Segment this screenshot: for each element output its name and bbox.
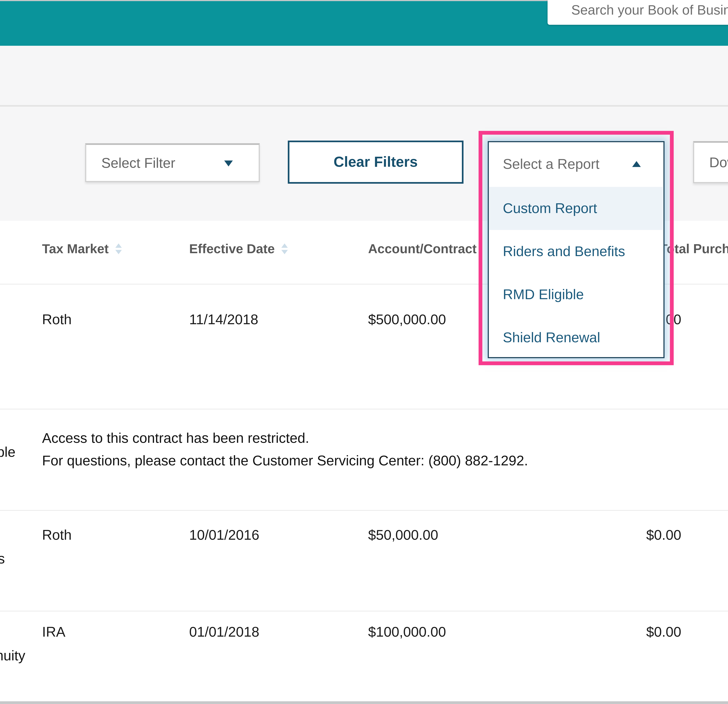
- cell-tax-market: Roth: [42, 311, 72, 328]
- menu-item-shield-renewal[interactable]: Shield Renewal: [489, 316, 663, 359]
- menu-item-label: Riders and Benefits: [503, 243, 625, 260]
- row-divider: [0, 510, 728, 511]
- menu-item-label: RMD Eligible: [503, 286, 584, 303]
- column-header-account-contract[interactable]: Account/Contract: [368, 240, 477, 257]
- horizontal-scrollbar[interactable]: [0, 701, 728, 704]
- sort-icon[interactable]: [115, 244, 121, 254]
- select-filter-dropdown[interactable]: Select Filter: [85, 143, 260, 182]
- cell-account-contract: $500,000.00: [368, 311, 446, 328]
- clipped-text-fragment: nuity: [0, 648, 25, 664]
- column-header-label: Tax Market: [42, 241, 109, 257]
- select-report-dropdown[interactable]: Select a Report: [489, 142, 663, 186]
- cell-total-purchase-payments: $0.00: [646, 527, 681, 544]
- select-filter-label: Select Filter: [101, 154, 175, 171]
- column-header-label: Account/Contract: [368, 241, 477, 257]
- select-report-label: Select a Report: [503, 156, 599, 172]
- cell-total-purchase-payments: .00: [662, 311, 681, 328]
- clear-filters-label: Clear Filters: [289, 154, 462, 170]
- menu-item-label: Shield Renewal: [503, 329, 600, 346]
- report-dropdown-panel: Select a Report Custom Report Riders and…: [488, 141, 664, 358]
- row-divider: [0, 611, 728, 612]
- cell-effective-date: 10/01/2016: [189, 527, 259, 544]
- column-header-tax-market[interactable]: Tax Market: [42, 240, 121, 257]
- cell-total-purchase-payments: $0.00: [646, 624, 681, 641]
- download-dropdown[interactable]: Download: [693, 141, 728, 183]
- search-input[interactable]: Search your Book of Business: [547, 0, 728, 25]
- subheader-divider: [0, 105, 728, 107]
- cell-account-contract: $50,000.00: [368, 527, 438, 544]
- row-divider: [0, 409, 728, 409]
- menu-item-label: Custom Report: [503, 200, 597, 217]
- clipped-text-fragment: ble: [0, 444, 16, 460]
- download-label: Download: [709, 154, 728, 171]
- cell-effective-date: 11/14/2018: [189, 311, 258, 328]
- sort-icon[interactable]: [281, 244, 287, 254]
- column-header-label: Total Purchase Payments: [660, 241, 728, 257]
- cell-tax-market: Roth: [42, 527, 72, 544]
- chevron-up-icon: [632, 161, 641, 167]
- restricted-notice-line2: For questions, please contact the Custom…: [42, 452, 528, 469]
- menu-item-rmd-eligible[interactable]: RMD Eligible: [489, 273, 663, 316]
- menu-item-custom-report[interactable]: Custom Report: [489, 187, 663, 230]
- restricted-notice-line1: Access to this contract has been restric…: [42, 430, 309, 447]
- search-placeholder-text: Search your Book of Business: [571, 2, 728, 18]
- cell-account-contract: $100,000.00: [368, 624, 446, 641]
- column-header-label: Effective Date: [189, 241, 275, 257]
- menu-item-riders-and-benefits[interactable]: Riders and Benefits: [489, 230, 663, 273]
- app-header-bar: Search your Book of Business: [0, 1, 728, 46]
- cell-effective-date: 01/01/2018: [189, 624, 259, 641]
- clear-filters-button[interactable]: Clear Filters: [288, 141, 464, 184]
- column-header-effective-date[interactable]: Effective Date: [189, 240, 287, 257]
- chevron-down-icon: [224, 160, 233, 166]
- page: Search your Book of Business Select Filt…: [0, 0, 728, 704]
- cell-tax-market: IRA: [42, 624, 65, 641]
- clipped-text-fragment: s: [0, 551, 5, 567]
- column-header-total-purchase-payments[interactable]: Total Purchase Payments: [660, 240, 728, 257]
